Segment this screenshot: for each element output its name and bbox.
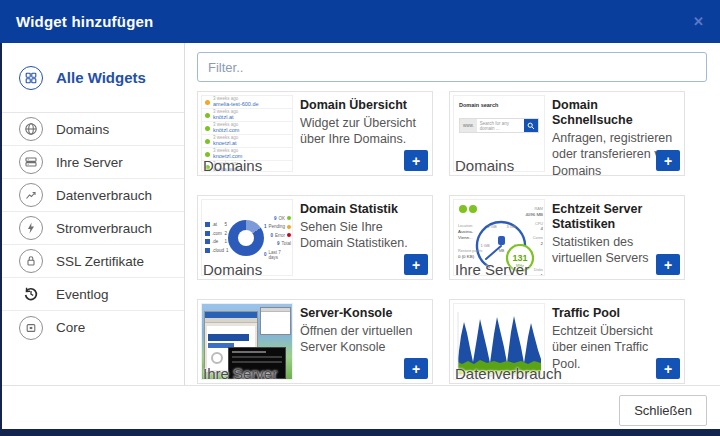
modal-body: Alle Widgets Domains I xyxy=(2,43,720,385)
svg-text:1: 1 xyxy=(541,273,544,277)
sidebar-item-core[interactable]: Core xyxy=(2,311,184,344)
sidebar: Alle Widgets Domains I xyxy=(2,43,185,385)
modal-header: Widget hinzufügen ✕ xyxy=(0,0,720,43)
donut-legend: .at5 .com2 .de1 .cloud1 xyxy=(205,222,228,253)
sidebar-item-domains[interactable]: Domains xyxy=(2,113,184,146)
legend-row: .at5 xyxy=(205,222,228,227)
globe-icon xyxy=(19,117,43,141)
widget-title: Server-Konsole xyxy=(300,306,428,321)
legend-row: .cloud1 xyxy=(205,248,228,253)
chart-line-icon xyxy=(19,183,43,207)
legend-swatch xyxy=(205,248,210,253)
legend-swatch xyxy=(205,222,210,227)
search-widget-label: Domain search xyxy=(459,102,539,108)
sidebar-item-label: Datenverbrauch xyxy=(56,188,152,203)
svg-text:Location: Location xyxy=(458,224,472,228)
filter-input[interactable] xyxy=(197,52,707,82)
sidebar-item-label: Eventlog xyxy=(56,287,109,302)
widget-title: Echtzeit Server Statistiken xyxy=(552,202,680,232)
status-dot xyxy=(205,113,210,118)
legend-row: .de1 xyxy=(205,239,228,244)
domain-link: amelia-test-600.de xyxy=(213,101,259,108)
donut-stats: 9OK 1Pending 0Error 9Total 0Last 7 days xyxy=(264,216,292,260)
legend-row: .com2 xyxy=(205,231,228,236)
add-widget-button[interactable]: + xyxy=(404,150,428,171)
widget-gallery: 3 weeks agoamelia-test-600.de 3 weeks ag… xyxy=(185,43,720,385)
status-dot xyxy=(205,152,210,157)
widget-category: Domains xyxy=(203,261,262,278)
server-icon xyxy=(19,150,43,174)
widget-description: Sehen Sie Ihre Domain Statistiken. xyxy=(300,219,428,252)
widget-title: Domain Übersicht xyxy=(300,98,428,113)
schliessen-button[interactable]: Schließen xyxy=(619,395,707,426)
www-prefix: www. xyxy=(460,119,477,132)
sidebar-item-eventlog[interactable]: Eventlog xyxy=(2,278,184,311)
bolt-icon xyxy=(19,216,43,240)
domain-link: knötzl.at xyxy=(213,114,238,121)
stat-row: 1Pending xyxy=(264,224,291,229)
core-icon xyxy=(19,316,43,340)
history-icon xyxy=(19,282,43,306)
widget-description: Öffnen der virtuellen Server Konsole xyxy=(300,323,428,356)
svg-text:Disks: Disks xyxy=(534,268,543,272)
sidebar-item-stromverbrauch[interactable]: Stromverbrauch xyxy=(2,212,184,245)
add-widget-button[interactable]: + xyxy=(656,254,680,275)
domain-row: 3 weeks agoamelia-test-600.de xyxy=(202,96,292,109)
widget-card-traffic-pool: Traffic Pool Echtzeit Übersicht über ein… xyxy=(449,299,685,384)
domain-row: 3 weeks agoknötzl.com xyxy=(202,122,292,135)
sidebar-item-ihre-server[interactable]: Ihre Server xyxy=(2,146,184,179)
modal-backdrop: Widget hinzufügen ✕ Alle Widgets xyxy=(0,0,720,436)
sidebar-item-datenverbrauch[interactable]: Datenverbrauch xyxy=(2,179,184,212)
add-widget-button[interactable]: + xyxy=(656,150,680,171)
donut-chart xyxy=(228,220,264,256)
svg-text:2: 2 xyxy=(541,241,544,246)
legend-swatch xyxy=(205,239,210,244)
svg-text:4096 MB: 4096 MB xyxy=(525,212,543,217)
sidebar-item-label: Ihre Server xyxy=(56,155,123,170)
widget-title: Traffic Pool xyxy=(552,306,680,321)
close-icon[interactable]: ✕ xyxy=(693,14,704,29)
sidebar-item-label: Stromverbrauch xyxy=(56,221,152,236)
sidebar-item-label: Alle Widgets xyxy=(56,69,146,86)
widget-description: Widget zur Übersicht über Ihre Domains. xyxy=(300,115,428,148)
sidebar-item-alle-widgets[interactable]: Alle Widgets xyxy=(2,43,184,113)
stat-row: 0Last 7 days xyxy=(264,250,291,260)
add-widget-button[interactable]: + xyxy=(404,254,428,275)
widget-category: Domains xyxy=(455,157,514,174)
svg-text:3 GB: 3 GB xyxy=(506,224,515,229)
mini-search-input: www. Search for any domain ... xyxy=(459,118,539,133)
stat-row: 9Total xyxy=(277,241,291,246)
svg-text:2 GB: 2 GB xyxy=(487,224,496,229)
widget-category: Domains xyxy=(203,157,262,174)
widget-card-domain-uebersicht: 3 weeks agoamelia-test-600.de 3 weeks ag… xyxy=(197,91,433,176)
svg-text:Austria-: Austria- xyxy=(458,229,474,234)
domain-link: knoetzl.at xyxy=(213,140,238,147)
search-icon xyxy=(524,119,538,132)
stat-row: 0Error xyxy=(271,233,292,238)
modal-footer: Schließen xyxy=(2,385,720,429)
status-dot xyxy=(287,216,291,220)
sidebar-item-label: Domains xyxy=(56,122,109,137)
domain-link: knötzl.com xyxy=(213,127,239,134)
add-widget-button[interactable]: + xyxy=(404,358,428,379)
widget-category: Datenverbrauch xyxy=(455,365,562,382)
widget-category: Ihre Server xyxy=(455,261,529,278)
status-dot xyxy=(205,126,210,131)
lock-icon xyxy=(19,249,43,273)
svg-text:MB: MB xyxy=(499,249,505,253)
svg-text:Vienn...: Vienn... xyxy=(458,235,473,240)
widget-grid: 3 weeks agoamelia-test-600.de 3 weeks ag… xyxy=(197,91,707,384)
svg-text:0 (0 KB): 0 (0 KB) xyxy=(458,254,475,259)
sidebar-item-ssl-zertifikate[interactable]: SSL Zertifikate xyxy=(2,245,184,278)
grid-icon xyxy=(19,66,43,90)
widget-card-server-konsole: Server-Konsole Öffnen der virtuellen Ser… xyxy=(197,299,433,384)
add-widget-button[interactable]: + xyxy=(656,358,680,379)
widget-card-domain-statistik: .at5 .com2 .de1 .cloud1 9OK 1Pending 0Er… xyxy=(197,195,433,280)
widget-title: Domain Schnellsuche xyxy=(552,98,680,128)
mini-search-placeholder: Search for any domain ... xyxy=(477,119,524,132)
sidebar-item-label: SSL Zertifikate xyxy=(56,254,144,269)
svg-text:CPU: CPU xyxy=(535,222,543,226)
domain-row: 3 weeks agoknötzl.at xyxy=(202,109,292,122)
modal-title: Widget hinzufügen xyxy=(16,13,153,30)
legend-swatch xyxy=(205,231,210,236)
